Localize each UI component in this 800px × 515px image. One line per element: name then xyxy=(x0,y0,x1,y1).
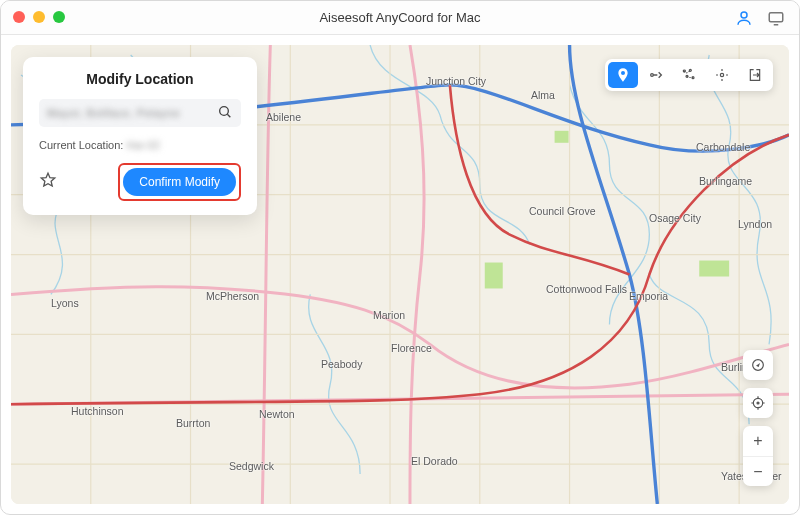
fullscreen-window-button[interactable] xyxy=(53,11,65,23)
city-label: Peabody xyxy=(321,358,362,370)
svg-rect-1 xyxy=(769,13,783,22)
map-controls: + − xyxy=(743,350,773,486)
svg-point-11 xyxy=(720,73,723,76)
city-label: El Dorado xyxy=(411,455,458,467)
mode-multi-stop-button[interactable] xyxy=(674,62,704,88)
city-label: Burrton xyxy=(176,417,210,429)
svg-rect-4 xyxy=(555,131,569,143)
city-label: McPherson xyxy=(206,290,259,302)
zoom-out-button[interactable]: − xyxy=(743,456,773,486)
app-window: Aiseesoft AnyCoord for Mac xyxy=(0,0,800,515)
search-value-text: Mayot, Boliface, Pelayne xyxy=(47,107,180,119)
panel-heading: Modify Location xyxy=(39,71,241,87)
svg-point-5 xyxy=(220,107,229,116)
city-label: Lyons xyxy=(51,297,79,309)
mode-modify-location-button[interactable] xyxy=(608,62,638,88)
city-label: Junction City xyxy=(426,75,486,87)
confirm-modify-button[interactable]: Confirm Modify xyxy=(123,168,236,196)
favorite-icon[interactable] xyxy=(39,171,57,193)
window-title: Aiseesoft AnyCoord for Mac xyxy=(1,10,799,25)
current-location-label: Current Location: xyxy=(39,139,123,151)
city-label: Lyndon xyxy=(738,218,772,230)
map-canvas[interactable]: AbileneJunction CityAlmaCarbondaleOsage … xyxy=(11,45,789,504)
svg-point-6 xyxy=(651,74,654,77)
search-icon[interactable] xyxy=(217,104,233,124)
compass-button[interactable] xyxy=(743,350,773,380)
minimize-window-button[interactable] xyxy=(33,11,45,23)
city-label: Burlingame xyxy=(699,175,752,187)
svg-rect-2 xyxy=(485,263,503,289)
close-window-button[interactable] xyxy=(13,11,25,23)
svg-point-14 xyxy=(757,402,759,404)
city-label: Cottonwood Falls xyxy=(546,283,627,295)
current-location-row: Current Location: Har-02 xyxy=(39,139,241,151)
city-label: Osage City xyxy=(649,212,701,224)
zoom-in-button[interactable]: + xyxy=(743,426,773,456)
current-location-value: Har-02 xyxy=(126,139,160,151)
profile-icon[interactable] xyxy=(735,9,753,27)
city-label: Marion xyxy=(373,309,405,321)
city-label: Carbondale xyxy=(696,141,750,153)
city-label: Newton xyxy=(259,408,295,420)
svg-point-0 xyxy=(741,12,747,18)
locate-button[interactable] xyxy=(743,388,773,418)
svg-rect-3 xyxy=(699,261,729,277)
search-field-container: Mayot, Boliface, Pelayne xyxy=(39,99,241,127)
window-controls xyxy=(13,11,65,23)
mode-export-button[interactable] xyxy=(740,62,770,88)
modify-location-panel: Modify Location Mayot, Boliface, Pelayne… xyxy=(23,57,257,215)
titlebar: Aiseesoft AnyCoord for Mac xyxy=(1,1,799,35)
mode-joystick-button[interactable] xyxy=(707,62,737,88)
city-label: Sedgwick xyxy=(229,460,274,472)
mode-toolbar xyxy=(605,59,773,91)
city-label: Emporia xyxy=(629,290,668,302)
mode-one-stop-button[interactable] xyxy=(641,62,671,88)
city-label: Council Grove xyxy=(529,205,596,217)
display-icon[interactable] xyxy=(767,9,785,27)
city-label: Abilene xyxy=(266,111,301,123)
city-label: Florence xyxy=(391,342,432,354)
city-label: Hutchinson xyxy=(71,405,124,417)
city-label: Alma xyxy=(531,89,555,101)
confirm-highlight-box: Confirm Modify xyxy=(118,163,241,201)
